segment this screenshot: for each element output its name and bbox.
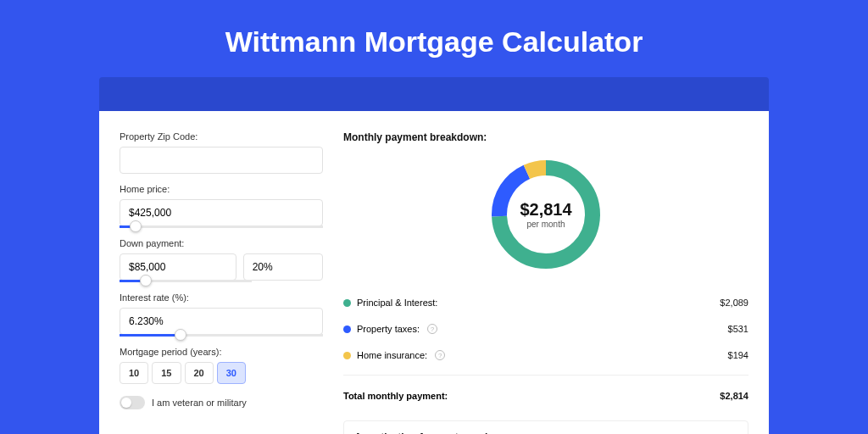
- legend-label: Property taxes:: [357, 324, 420, 334]
- calculator-card: Property Zip Code: Home price: Down paym…: [99, 111, 769, 434]
- period-label: Mortgage period (years):: [120, 347, 323, 357]
- legend-value: $194: [728, 350, 748, 360]
- legend-dot: [343, 352, 351, 359]
- legend-dot: [343, 326, 351, 333]
- home-price-field-group: Home price:: [120, 184, 323, 228]
- down-payment-slider[interactable]: [120, 280, 252, 282]
- down-payment-label: Down payment:: [120, 238, 323, 248]
- down-payment-field-group: Down payment:: [120, 238, 323, 282]
- home-price-slider[interactable]: [120, 225, 323, 228]
- legend-label: Principal & Interest:: [357, 298, 437, 308]
- home-price-input[interactable]: [120, 199, 323, 226]
- form-panel: Property Zip Code: Home price: Down paym…: [120, 131, 323, 434]
- interest-rate-label: Interest rate (%):: [120, 292, 323, 303]
- veteran-toggle[interactable]: [120, 396, 145, 409]
- amortization-card: Amortization for mortgage loan Amortizat…: [343, 420, 748, 434]
- legend-row: Property taxes:?$531: [343, 315, 748, 342]
- period-button-30[interactable]: 30: [217, 362, 246, 384]
- zip-field-group: Property Zip Code:: [120, 131, 323, 174]
- interest-rate-input[interactable]: [120, 308, 323, 335]
- hero-band: [99, 77, 769, 111]
- slider-thumb[interactable]: [130, 220, 142, 232]
- donut-chart: $2,814 per month: [487, 155, 605, 274]
- donut-chart-wrap: $2,814 per month: [343, 155, 748, 274]
- period-buttons: 10152030: [120, 362, 323, 384]
- page-title: Wittmann Mortgage Calculator: [0, 25, 868, 58]
- period-field-group: Mortgage period (years): 10152030: [120, 347, 323, 384]
- period-button-20[interactable]: 20: [185, 362, 214, 384]
- zip-label: Property Zip Code:: [120, 131, 323, 142]
- interest-rate-field-group: Interest rate (%):: [120, 292, 323, 337]
- legend-total-label: Total monthly payment:: [343, 391, 448, 401]
- veteran-row: I am veteran or military: [120, 396, 323, 409]
- breakdown-panel: Monthly payment breakdown: $2,814 per mo…: [343, 131, 748, 434]
- divider: [343, 375, 748, 376]
- period-button-15[interactable]: 15: [152, 362, 181, 384]
- slider-thumb[interactable]: [140, 275, 152, 287]
- veteran-label: I am veteran or military: [152, 398, 247, 408]
- donut-sub: per month: [526, 220, 565, 229]
- slider-thumb[interactable]: [175, 329, 186, 341]
- interest-rate-slider[interactable]: [120, 334, 323, 337]
- down-payment-amount-input[interactable]: [120, 253, 236, 281]
- zip-input[interactable]: [120, 147, 323, 174]
- legend-row: Principal & Interest:$2,089: [343, 289, 748, 315]
- donut-total-amount: $2,814: [520, 200, 571, 220]
- down-payment-pct-input[interactable]: [243, 253, 323, 281]
- legend-row: Home insurance:?$194: [343, 342, 748, 368]
- period-button-10[interactable]: 10: [120, 362, 148, 384]
- legend-total-row: Total monthly payment: $2,814: [343, 382, 748, 409]
- legend-dot: [343, 299, 351, 307]
- breakdown-header: Monthly payment breakdown:: [343, 131, 748, 143]
- legend: Principal & Interest:$2,089Property taxe…: [343, 289, 748, 368]
- info-icon[interactable]: ?: [427, 324, 437, 334]
- info-icon[interactable]: ?: [435, 350, 445, 360]
- home-price-label: Home price:: [120, 184, 323, 194]
- legend-total-value: $2,814: [720, 391, 748, 401]
- toggle-knob: [121, 398, 131, 408]
- legend-value: $531: [728, 324, 748, 334]
- legend-value: $2,089: [720, 298, 748, 308]
- legend-label: Home insurance:: [357, 350, 427, 360]
